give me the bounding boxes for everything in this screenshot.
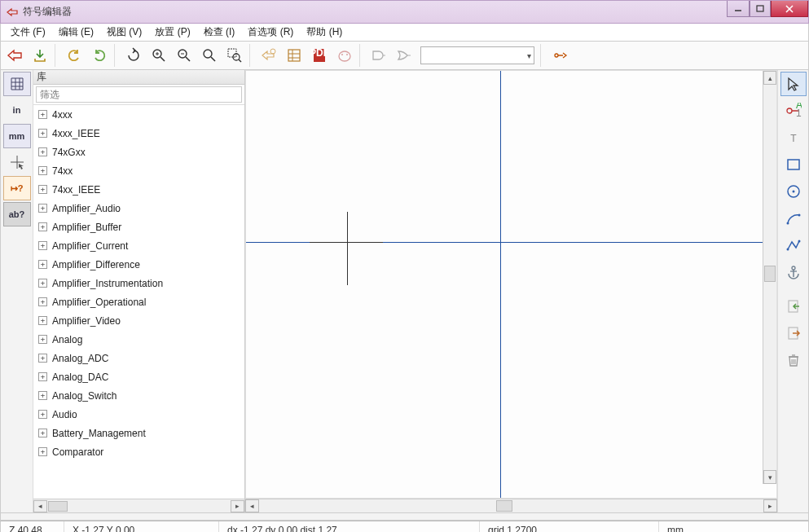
menu-place[interactable]: 放置 (P) [148,24,196,41]
right-toolstrip: A1 T [777,70,808,512]
maximize-button[interactable] [750,1,771,17]
expand-icon[interactable]: + [38,185,47,194]
erc-icon[interactable] [332,43,357,68]
expand-icon[interactable]: + [38,166,47,175]
expand-icon[interactable]: + [38,372,47,381]
polyline-tool-icon[interactable] [780,233,807,257]
units-inches-button[interactable]: in [3,98,31,122]
library-item[interactable]: +Comparator [33,442,244,461]
library-item-label: Amplifier_Buffer [52,222,121,233]
import-icon[interactable] [780,294,807,319]
menu-help[interactable]: 帮助 (H) [300,24,349,41]
expand-icon[interactable]: + [38,316,47,325]
expand-icon[interactable]: + [38,110,47,119]
show-hidden-fields-button[interactable]: ab? [3,202,31,226]
zoom-fit-icon[interactable] [197,43,222,68]
library-item[interactable]: +74xx [33,161,244,180]
rectangle-tool-icon[interactable] [780,152,807,177]
svg-rect-13 [228,49,236,57]
library-item-label: Amplifier_Difference [52,259,140,270]
library-item[interactable]: +74xx_IEEE [33,180,244,199]
library-item[interactable]: +Analog [33,330,244,349]
library-item[interactable]: +Amplifier_Buffer [33,218,244,236]
expand-icon[interactable]: + [38,297,47,306]
library-item[interactable]: +Analog_DAC [33,367,244,386]
new-symbol-icon[interactable] [2,43,27,68]
pin-tool-icon[interactable]: A1 [780,99,807,123]
library-item[interactable]: +Analog_ADC [33,349,244,367]
library-item[interactable]: +Audio [33,405,244,424]
expand-icon[interactable]: + [38,204,47,213]
drawing-canvas[interactable]: ▴▾ [245,70,777,499]
expand-icon[interactable]: + [38,447,47,456]
svg-rect-1 [757,6,763,11]
grid-toggle-icon[interactable] [3,72,31,96]
library-item[interactable]: +4xxx_IEEE [33,124,244,143]
expand-icon[interactable]: + [38,129,47,138]
expand-icon[interactable]: + [38,354,47,363]
sync-pins-icon[interactable] [547,43,572,68]
refresh-icon[interactable] [121,43,146,68]
symbol-properties-icon[interactable] [257,43,281,68]
library-hscroll[interactable]: ◂▸ [33,499,244,512]
library-item[interactable]: +Amplifier_Operational [33,292,244,311]
library-item[interactable]: +Amplifier_Instrumentation [33,274,244,292]
canvas-vscroll[interactable]: ▴▾ [763,71,776,484]
library-item-label: Amplifier_Instrumentation [52,278,163,289]
library-item[interactable]: +Amplifier_Difference [33,255,244,274]
demorgan-alternate-icon[interactable] [392,43,416,68]
expand-icon[interactable]: + [38,391,47,400]
library-filter-input[interactable] [36,86,242,103]
menu-view[interactable]: 视图 (V) [100,24,148,41]
status-grid: grid 1.2700 [480,521,659,532]
cursor-shape-icon[interactable] [3,150,31,174]
pin-table-icon[interactable] [282,43,306,68]
menu-edit[interactable]: 编辑 (E) [52,24,100,41]
trash-icon[interactable] [780,348,807,372]
redo-icon[interactable] [87,43,112,68]
spacer-row [0,513,809,521]
select-tool-icon[interactable] [780,72,807,96]
expand-icon[interactable]: + [38,147,47,156]
canvas-hscroll[interactable]: ◂▸ [245,499,777,512]
library-item[interactable]: +Battery_Management [33,424,244,442]
library-item[interactable]: +74xGxx [33,143,244,161]
menu-prefs[interactable]: 首选项 (R) [241,24,300,41]
library-item[interactable]: +Analog_Switch [33,386,244,405]
library-panel: 库 +4xxx+4xxx_IEEE+74xGxx+74xx+74xx_IEEE+… [33,70,245,512]
expand-icon[interactable]: + [38,241,47,250]
circle-tool-icon[interactable] [780,179,807,204]
expand-icon[interactable]: + [38,335,47,344]
units-mm-button[interactable]: mm [3,124,31,148]
zoom-in-icon[interactable] [147,43,171,68]
expand-icon[interactable]: + [38,279,47,288]
main-toolbar: PDF [0,42,809,70]
zoom-out-icon[interactable] [172,43,196,68]
datasheet-icon[interactable]: PDF [307,43,332,68]
menubar: 文件 (F) 编辑 (E) 视图 (V) 放置 (P) 检查 (I) 首选项 (… [0,24,809,42]
expand-icon[interactable]: + [38,222,47,231]
expand-icon[interactable]: + [38,260,47,269]
library-item[interactable]: +Amplifier_Current [33,236,244,255]
expand-icon[interactable]: + [38,410,47,419]
expand-icon[interactable]: + [38,429,47,437]
save-icon[interactable] [28,43,52,68]
undo-icon[interactable] [62,43,86,68]
show-pin-electrical-button[interactable]: ↦? [3,176,31,200]
library-item[interactable]: +4xxx [33,105,244,124]
menu-inspect[interactable]: 检查 (I) [197,24,242,41]
svg-text:PDF: PDF [311,47,328,59]
minimize-button[interactable] [727,1,750,17]
close-button[interactable] [771,1,808,17]
demorgan-standard-icon[interactable] [367,43,391,68]
anchor-tool-icon[interactable] [780,260,807,284]
arc-tool-icon[interactable] [780,206,807,231]
export-icon[interactable] [780,321,807,345]
menu-file[interactable]: 文件 (F) [4,24,52,41]
unit-selector[interactable] [420,46,534,64]
library-tree[interactable]: +4xxx+4xxx_IEEE+74xGxx+74xx+74xx_IEEE+Am… [33,105,244,499]
library-item[interactable]: +Amplifier_Audio [33,199,244,218]
library-item[interactable]: +Amplifier_Video [33,311,244,330]
zoom-selection-icon[interactable] [222,43,247,68]
text-tool-icon[interactable]: T [780,125,807,150]
